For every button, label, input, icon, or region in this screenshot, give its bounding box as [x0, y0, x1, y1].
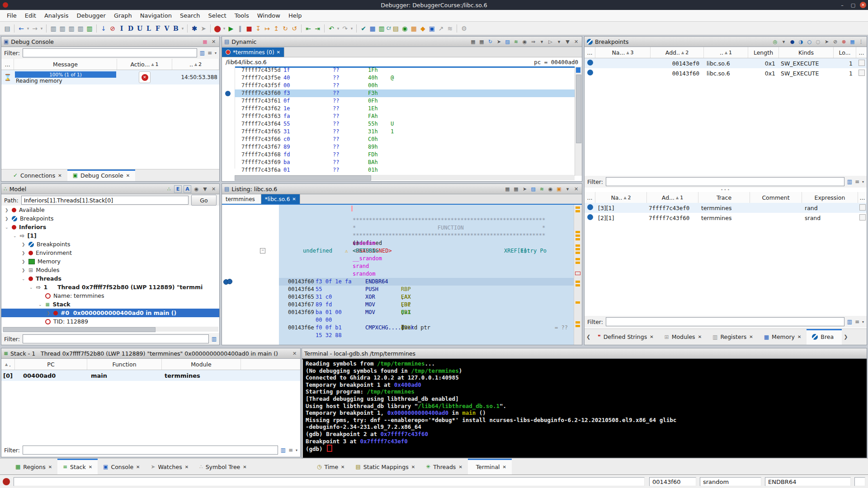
checkbox[interactable]	[859, 60, 865, 66]
column-header[interactable]: ...	[1, 59, 14, 70]
copy-icon[interactable]: ▦	[504, 186, 511, 192]
enable-all-icon[interactable]: ●	[789, 38, 796, 45]
back-dropdown-icon[interactable]: ▾	[26, 24, 30, 33]
camera-icon[interactable]: ◉	[547, 186, 554, 192]
forward-icon[interactable]: →	[31, 24, 39, 33]
close-icon[interactable]: ✕	[573, 38, 580, 45]
column-header-name[interactable]: Na...▲3	[595, 47, 651, 58]
asm-row[interactable]: 00143f60 f3 0f 1e fa ENDBR64	[279, 278, 574, 286]
tab-time[interactable]: ◷ Time ✕	[311, 459, 350, 475]
asm-row[interactable]: 00 00	[279, 316, 574, 324]
tab-modules[interactable]: ⊞ Modules ✕	[659, 329, 707, 345]
vertical-scrollbar[interactable]	[575, 66, 582, 176]
tab-watches[interactable]: ➤ Watches ✕	[145, 459, 194, 475]
redo-dropdown-icon[interactable]: ▾	[350, 24, 354, 33]
graph-icon[interactable]: ≋	[446, 24, 454, 33]
tree-item[interactable]: ⌄ Stack	[1, 300, 219, 309]
close-icon[interactable]: ✕	[126, 173, 130, 178]
filter-dropdown-icon[interactable]: ▾	[215, 51, 217, 55]
column-header-length[interactable]: Length	[748, 47, 779, 58]
expander-icon[interactable]: ⌄	[38, 302, 45, 307]
refresh-icon[interactable]: ↻	[487, 38, 494, 45]
checkbox[interactable]	[859, 214, 866, 221]
close-icon[interactable]: ✕	[185, 465, 189, 469]
menu-item[interactable]: File	[3, 12, 21, 19]
tab-terminal[interactable]: Terminal ✕	[468, 459, 512, 475]
filter-dropdown-icon[interactable]: ▾	[862, 180, 864, 184]
menu-item[interactable]: Tools	[231, 12, 253, 19]
export-table-icon[interactable]: ▨	[504, 38, 511, 45]
filter-input[interactable]	[606, 177, 844, 186]
tab-breakpoints[interactable]: Brea	[807, 329, 842, 345]
datatype-dropdown-icon[interactable]: ▾	[181, 24, 184, 33]
expander-icon[interactable]: ❯	[5, 208, 12, 212]
disable-all-icon[interactable]: ◌	[815, 38, 821, 45]
column-header-pc[interactable]: PC	[15, 359, 87, 370]
column-header-actions[interactable]: Actio...▲1	[117, 59, 172, 70]
hex-row[interactable]: 7ffff7c43f5f 00 ?? 00h	[235, 82, 575, 89]
close-icon[interactable]: ✕	[48, 465, 52, 469]
filter-input[interactable]	[606, 317, 844, 326]
listing-selection-area[interactable]: ****************************************…	[279, 205, 574, 345]
scroll-tabs-left-icon[interactable]: ❮	[585, 329, 592, 345]
cursor-icon[interactable]: ➤	[521, 186, 528, 192]
menu-item[interactable]: Help	[284, 12, 306, 19]
panel-menu-icon[interactable]: ▼	[202, 186, 208, 192]
asm-row[interactable]: 00143f65 31 c0 XOR EAX,EAX	[279, 293, 574, 301]
undo-icon[interactable]: ↶	[327, 24, 335, 33]
close-icon[interactable]: ✕	[243, 465, 246, 469]
select-icon[interactable]: ➤	[495, 38, 502, 45]
datatype-l-icon[interactable]: L	[145, 24, 153, 33]
datatype-d-icon[interactable]: D	[127, 24, 135, 33]
filter-settings-icon[interactable]: ≡	[208, 50, 212, 56]
analyze-icon[interactable]: ✱	[190, 24, 198, 33]
filter-settings-icon[interactable]: ≡	[855, 178, 859, 185]
expander-icon[interactable]: ❯	[47, 311, 53, 315]
settings-icon[interactable]: ⚙	[460, 24, 468, 33]
expand-icon[interactable]: E	[174, 185, 182, 193]
cancel-task-button[interactable]: ✕	[139, 71, 151, 83]
filter-column-icon[interactable]: ▥	[200, 50, 205, 56]
close-icon[interactable]: ✕	[292, 197, 296, 202]
function-return-line[interactable]: undefined ⚠ <UNASSIGNED> <RETURN> XREF[1…	[279, 247, 574, 255]
set-breakpoint-icon[interactable]: ◎	[772, 38, 778, 45]
location-row[interactable]: [2][1] 7ffff7c43f60 termmines srand	[585, 213, 867, 223]
clear-code-icon[interactable]: ▥	[49, 24, 57, 33]
tree-item[interactable]: ⌄ 1 Thread 0x7ffff7f52b80 (LWP 112889) "…	[1, 283, 219, 291]
filter-column-icon[interactable]: ▥	[847, 319, 852, 325]
table-icon[interactable]: ▦	[849, 38, 856, 45]
menu-item[interactable]: Analysis	[40, 12, 73, 19]
kill-icon[interactable]: ■	[245, 24, 253, 33]
column-header-more[interactable]: ...	[858, 192, 867, 203]
location-row[interactable]: [3][1] 7ffff7c43ef0 termmines rand	[585, 203, 867, 213]
tree-item[interactable]: ⌄ [1]	[1, 231, 219, 240]
close-icon[interactable]: ✕	[58, 173, 61, 178]
hex-row[interactable]: 7ffff7c43f69 ba ?? BAh	[235, 159, 575, 166]
asm-row[interactable]: 00143f64 55 PUSH RBP	[279, 286, 574, 293]
expander-icon[interactable]: ⌄	[22, 277, 28, 281]
scroll-tabs-right-icon[interactable]: ❯	[842, 329, 849, 345]
pointer-icon[interactable]: ➤	[199, 24, 208, 33]
breakpoint-dots[interactable]	[223, 279, 233, 285]
table-icon[interactable]: ▦	[368, 24, 377, 33]
filter-column-icon[interactable]: ▥	[847, 178, 852, 185]
assemble-icon[interactable]: ▥	[85, 24, 94, 33]
stack-frame-row[interactable]: [0] 00400ad0 main termmines	[1, 370, 300, 381]
column-header-name[interactable]: Na..▲2	[595, 192, 647, 203]
close-icon[interactable]: ✕	[573, 186, 580, 192]
close-icon[interactable]: ✕	[797, 334, 801, 339]
panel-menu-icon[interactable]: ⋮	[858, 38, 864, 45]
function-signature-line[interactable]: undefined srandom()	[279, 239, 574, 247]
step-into-icon[interactable]: ↧	[254, 24, 262, 33]
hex-row[interactable]: 7ffff7c43f66 c0 ?? C0h	[235, 136, 575, 143]
column-header-function[interactable]: Function	[87, 359, 162, 370]
disable-icon[interactable]: ○	[806, 38, 813, 45]
clear-all-icon[interactable]: ⊗	[840, 38, 847, 45]
location-state-icon[interactable]	[587, 214, 593, 220]
copy-special-icon[interactable]: ▥	[58, 24, 66, 33]
tree-item[interactable]: ❯ Memory	[1, 257, 219, 266]
breakpoint-state-icon[interactable]	[587, 60, 593, 66]
eraser-icon[interactable]: ■	[202, 38, 208, 45]
hex-row[interactable]: 7ffff7c43f61 0f ?? 0Fh	[235, 97, 575, 105]
tab-threads[interactable]: ✳ Threads ✕	[420, 459, 468, 475]
